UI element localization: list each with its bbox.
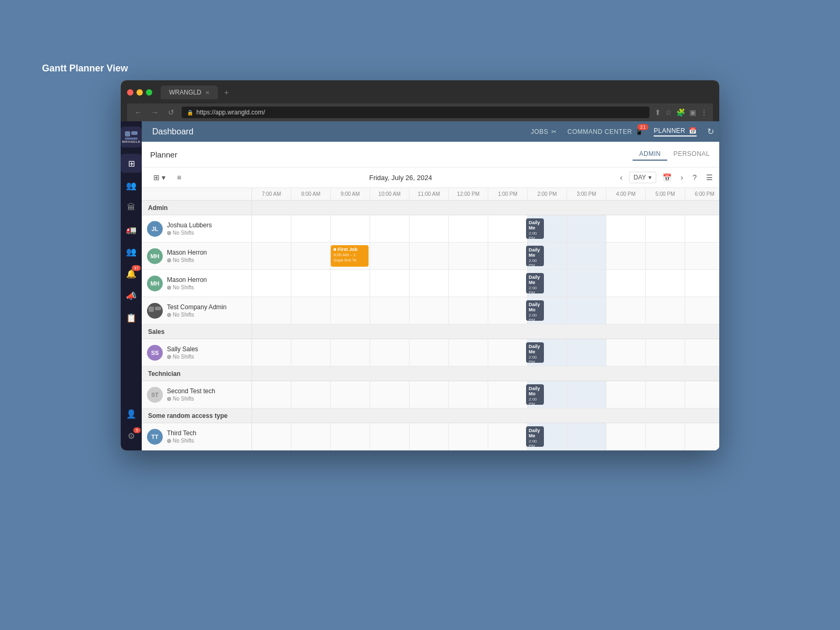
calendar-mini-icon[interactable]: 📅 [659,172,675,183]
browser-window: WRANGLD ✕ + ← → ↺ 🔒 https://app.wrangld.… [121,80,719,450]
sidebar-item-building[interactable]: 🏛 [121,198,142,217]
timeline-cell [685,243,719,269]
timeline-cell [606,215,646,242]
gantt-time-slots: 7:00 AM 8:00 AM 9:00 AM 10:00 AM 11:00 A… [252,188,719,200]
timeline-cell [488,243,528,269]
timeline-cell [252,381,291,408]
command-center-nav[interactable]: COMMAND CENTER 📱 21 [568,128,644,135]
sidebar-item-announce[interactable]: 📣 [121,286,142,305]
sidebar-logo[interactable]: WRANGLD [121,127,142,148]
share-icon[interactable]: ⬆ [655,108,661,117]
event-daily-me-jl[interactable]: Daily Me 2:00 PM [526,218,544,239]
person-name-jl: Joshua Lubbers [167,222,212,229]
browser-tab[interactable]: WRANGLD ✕ [161,86,218,99]
prev-button[interactable]: ‹ [617,172,626,183]
sidebar-item-users[interactable]: 👥 [121,242,142,261]
grid-filter-button[interactable]: ⊞ ▾ [150,172,169,183]
timeline-cell [291,339,331,366]
refresh-button[interactable]: ↻ [707,127,714,136]
event-daily-me-mh2[interactable]: Daily Me 2:00 PM [526,273,544,293]
sidebar-item-people[interactable]: 👥 [121,176,142,195]
forward-button[interactable]: → [149,107,161,118]
timeline-cell [370,243,410,269]
avatar-mh2: MH [147,276,163,291]
timeline-cell [410,243,449,269]
sidebar-item-team[interactable]: 👤 [121,404,142,423]
menu-button[interactable]: ☰ [703,172,716,183]
sidebar-item-dashboard[interactable]: ⊞ [121,154,142,173]
person-info-jl: JL Joshua Lubbers ⊘ No Shifts [142,215,252,242]
view-selector[interactable]: DAY ▾ [629,172,656,183]
planner-label: PLANNER [654,127,685,134]
minimize-button[interactable] [136,89,143,96]
event-daily-me-st[interactable]: Daily Mo 2:00 PM [526,384,544,405]
tab-close-icon[interactable]: ✕ [205,90,209,96]
dashboard-title: Dashboard [152,127,193,136]
time-header-9am: 9:00 AM [331,188,370,200]
sidebar-item-alerts[interactable]: 🔔 37 [121,264,142,283]
reload-button[interactable]: ↺ [166,107,176,118]
event-daily-me-mh1[interactable]: Daily Me 2:00 PM [526,246,544,266]
next-button[interactable]: › [678,172,687,183]
url-bar[interactable]: 🔒 https://app.wrangld.com/ [182,107,649,118]
section-technician-label: Technician [142,367,252,381]
planner-header: Planner ADMIN PERSONAL [142,142,719,167]
event-daily-me-tca[interactable]: Daily Mo 2:00 PM [526,300,544,321]
top-nav-actions: JOBS ✂ COMMAND CENTER 📱 21 PLANNER 📅 ↻ [531,127,714,136]
view-label: DAY [634,174,646,181]
person-details-st: Second Test tech ⊘ No Shifts [167,387,215,402]
docs-icon: 📋 [126,313,136,323]
timeline-cell [291,297,331,324]
browser-address-bar: ← → ↺ 🔒 https://app.wrangld.com/ ⬆ ☆ 🧩 ▣… [127,103,713,121]
jobs-nav[interactable]: JOBS ✂ [531,128,557,135]
new-tab-button[interactable]: + [224,88,228,97]
timeline-cell-shaded [567,297,606,324]
time-header-5pm: 5:00 PM [646,188,685,200]
timeline-cell [291,381,331,408]
split-view-icon[interactable]: ▣ [689,108,696,117]
tab-personal[interactable]: PERSONAL [667,148,716,161]
timeline-cell [606,243,646,269]
bookmark-icon[interactable]: ☆ [665,108,672,117]
person-timeline-mh2: Daily Me 2:00 PM [252,270,719,297]
timeline-cell [252,270,291,297]
close-button[interactable] [127,89,133,96]
section-sales: Sales [142,324,719,339]
extensions-icon[interactable]: 🧩 [676,108,685,117]
person-status-mh2: ⊘ No Shifts [167,285,207,290]
timeline-cell-shaded [567,381,606,408]
event-daily-me-ss[interactable]: Daily Me 2:00 PM [526,342,544,363]
more-icon[interactable]: ⋮ [700,108,708,117]
table-row: ST Second Test tech ⊘ No Shifts [142,381,719,408]
timeline-cell [331,423,370,450]
timeline-cell [370,423,410,450]
back-button[interactable]: ← [132,107,144,118]
list-filter-button[interactable]: ≡ [174,172,184,183]
event-first-job[interactable]: ■ First Job 9:00 AM – 1 Supa first Te [331,245,369,267]
person-info-mh2: MH Mason Herron ⊘ No Shifts [142,270,252,297]
sidebar-item-vehicles[interactable]: 🚛 [121,220,142,239]
scissors-icon: ✂ [551,128,557,135]
person-status-jl: ⊘ No Shifts [167,230,212,236]
help-button[interactable]: ? [689,172,700,183]
command-center-label: COMMAND CENTER [568,128,632,135]
timeline-cell [370,215,410,242]
tab-title: WRANGLD [169,89,201,96]
timeline-cell [252,423,291,450]
svg-text:ST: ST [151,392,159,398]
dashboard-icon: ⊞ [128,159,135,169]
maximize-button[interactable] [146,89,152,96]
person-name-mh2: Mason Herron [167,276,207,284]
sidebar-item-settings[interactable]: ⚙ 5 [121,426,142,445]
event-daily-me-tt[interactable]: Daily Me 2:00 PM [526,426,544,447]
timeline-cell [646,243,685,269]
sidebar-item-docs[interactable]: 📋 [121,308,142,327]
person-status-tca: ⊘ No Shifts [167,312,226,318]
planner-nav[interactable]: PLANNER 📅 [654,127,697,136]
timeline-cell [331,215,370,242]
tab-admin[interactable]: ADMIN [633,148,667,161]
timeline-cell [410,381,449,408]
timeline-cell [252,215,291,242]
building-icon: 🏛 [127,203,135,212]
gantt-area: 7:00 AM 8:00 AM 9:00 AM 10:00 AM 11:00 A… [142,188,719,450]
